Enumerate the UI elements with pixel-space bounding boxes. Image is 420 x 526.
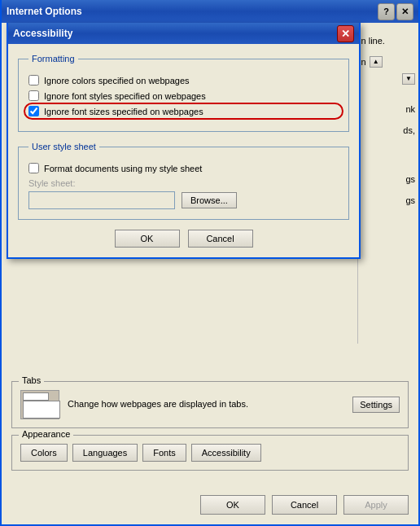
dialog-body: Formatting Ignore colors specified on we… (8, 44, 359, 257)
ignore-colors-checkbox[interactable] (28, 75, 39, 85)
fonts-button[interactable]: Fonts (142, 444, 186, 462)
ignore-font-styles-row: Ignore font styles specified on webpages (28, 90, 339, 101)
colors-button[interactable]: Colors (20, 444, 68, 462)
io-bottom: Tabs Change how webpages are displayed i… (2, 375, 418, 484)
dialog-close-button[interactable]: ✕ (337, 25, 354, 42)
bg-text-line2: n ▲ (361, 54, 415, 70)
main-bottom-buttons: OK Cancel Apply (2, 489, 418, 521)
appearance-group-label: Appearance (19, 429, 73, 439)
formatting-legend: Formatting (28, 54, 78, 64)
main-close-button[interactable]: ✕ (396, 3, 413, 20)
dialog-titlebar: Accessibility ✕ (8, 23, 359, 44)
style-sheet-input[interactable] (28, 191, 175, 209)
dialog-ok-button[interactable]: OK (115, 230, 180, 248)
style-sheet-fieldset: User style sheet Format documents using … (18, 142, 349, 220)
style-sheet-input-row: Browse... (28, 191, 339, 209)
browse-button[interactable]: Browse... (182, 192, 237, 208)
dialog-title: Accessibility (13, 28, 337, 39)
ignore-font-sizes-checkbox[interactable] (28, 106, 39, 116)
bg-text-line1: n line. (361, 33, 415, 49)
scroll-up-btn[interactable]: ▲ (370, 56, 383, 68)
main-window-title: Internet Options (7, 6, 376, 17)
dialog-cancel-button[interactable]: Cancel (188, 230, 253, 248)
ignore-colors-label: Ignore colors specified on webpages (44, 76, 190, 85)
main-apply-button[interactable]: Apply (343, 495, 409, 515)
format-documents-checkbox[interactable] (28, 163, 39, 173)
bg-scroll-down: ▼ (361, 73, 415, 85)
ignore-font-sizes-row: Ignore font sizes specified on webpages (28, 106, 339, 116)
ignore-font-styles-checkbox[interactable] (28, 90, 39, 101)
tabs-group-label: Tabs (19, 375, 44, 385)
help-button[interactable]: ? (378, 3, 395, 20)
main-ok-button[interactable]: OK (200, 495, 265, 515)
bg-text-line5: gs (361, 171, 415, 187)
accessibility-button[interactable]: Accessibility (191, 444, 261, 462)
main-titlebar: Internet Options ? ✕ (2, 0, 418, 23)
format-documents-row: Format documents using my style sheet (28, 163, 339, 173)
ignore-colors-row: Ignore colors specified on webpages (28, 75, 339, 85)
bg-text-line3: nk (361, 101, 415, 117)
ignore-font-sizes-label: Ignore font sizes specified on webpages (44, 107, 203, 116)
bg-text-line4: ds, (361, 122, 415, 138)
tabs-icon (20, 390, 59, 419)
languages-button[interactable]: Languages (72, 444, 138, 462)
tabs-settings-button[interactable]: Settings (352, 397, 400, 413)
ignore-font-styles-label: Ignore font styles specified on webpages (44, 91, 206, 101)
style-sheet-label: Style sheet: (28, 178, 339, 188)
bg-text-line6: gs (361, 192, 415, 208)
style-sheet-legend: User style sheet (28, 142, 99, 151)
tabs-description: Change how webpages are displayed in tab… (68, 398, 344, 410)
formatting-fieldset: Formatting Ignore colors specified on we… (18, 54, 349, 132)
main-cancel-button[interactable]: Cancel (272, 495, 337, 515)
dialog-buttons: OK Cancel (18, 230, 349, 248)
scroll-down-btn[interactable]: ▼ (402, 73, 415, 85)
accessibility-dialog: Accessibility ✕ Formatting Ignore colors… (7, 23, 361, 259)
format-documents-label: Format documents using my style sheet (44, 164, 202, 173)
tabs-group: Tabs Change how webpages are displayed i… (11, 381, 409, 428)
appearance-group: Appearance Colors Languages Fonts Access… (11, 435, 409, 471)
